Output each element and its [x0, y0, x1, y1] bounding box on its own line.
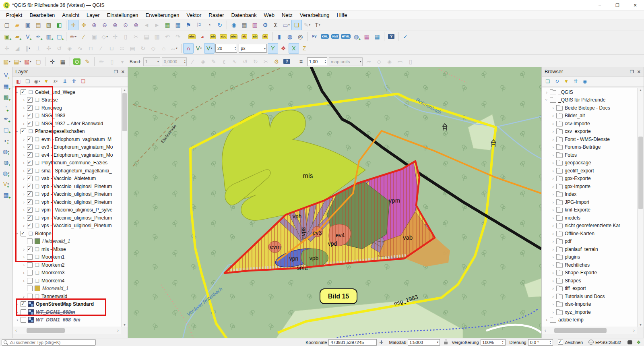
expander-icon[interactable]: › [550, 106, 556, 110]
browser-properties[interactable]: ◉ [580, 77, 589, 86]
layer-item-polytrichum-commune-fazies[interactable]: ›❏Polytrichum_commune_Fazies [13, 159, 121, 167]
rotate-label[interactable]: ab [250, 31, 260, 42]
browser-item-tutorials-und-docs[interactable]: ›Tutorials und Docs [542, 292, 637, 300]
layer-labeling-options[interactable]: abc [187, 31, 197, 42]
browser-item-shape-exporte[interactable]: ›Shape-Exporte [542, 269, 637, 277]
expander-icon[interactable]: › [550, 278, 556, 283]
visibility-checkbox[interactable] [27, 191, 33, 197]
scroll-down-icon[interactable]: ▼ [122, 323, 128, 326]
add-mesh-layer[interactable]: ▩ [1, 92, 11, 102]
visibility-checkbox[interactable] [27, 137, 33, 142]
select-all-features[interactable]: ▢ [33, 56, 43, 67]
select-features-dropdown[interactable]: ▾ [9, 60, 10, 63]
render-checkbox[interactable] [558, 340, 563, 345]
expander-icon[interactable]: › [21, 184, 27, 189]
scroll-up-icon[interactable]: ▲ [638, 89, 644, 91]
expander-icon[interactable]: › [550, 286, 556, 291]
layer-item-vpn-vaccinio-uliginosi-pinetum[interactable]: ›❏vpn - Vaccinio_uliginosi_Pinetum [13, 214, 121, 222]
menu-ansicht[interactable]: Ansicht [58, 12, 83, 19]
menu-einstellungen[interactable]: Einstellungen [103, 12, 142, 19]
layer-item-vab-vaccinio-abietetum[interactable]: ›❏vab - Vaccinio_Abietetum [13, 175, 121, 183]
new-shapefile-layer[interactable]: ▰ [12, 31, 23, 42]
color-palette-grid[interactable]: ▦ [361, 31, 372, 42]
browser-item-gpx-importe[interactable]: ›gpx-Importe [542, 182, 637, 191]
visibility-checkbox[interactable] [27, 223, 33, 228]
new-3d-map-view[interactable]: ▦ [173, 20, 183, 30]
enable-tracing[interactable]: X [289, 43, 299, 54]
style-manager[interactable]: ◧ [54, 20, 64, 30]
expander-icon[interactable]: › [21, 247, 27, 252]
new-map-view[interactable]: ▦ [162, 20, 173, 30]
change-label-properties[interactable]: ab [260, 31, 270, 42]
browser-item-xyz-importe[interactable]: ›xyz_importe [542, 308, 637, 316]
expander-icon[interactable]: › [550, 168, 556, 173]
layer-item-sma-sphagnetum-magellanici[interactable]: ›❏sma - Sphagnetum_magellanici_ [13, 167, 121, 175]
coordinate-input[interactable]: 473931,5397245 [328, 339, 377, 346]
expander-icon[interactable]: › [21, 294, 27, 299]
visibility-checkbox[interactable] [21, 231, 26, 236]
project-properties[interactable]: ▧ [43, 20, 54, 30]
browser-item-pdf[interactable]: ›pdf [542, 238, 637, 246]
messages-icon[interactable] [627, 340, 632, 344]
enable-snapping[interactable]: ∩ [183, 43, 194, 54]
menu-vektor[interactable]: Vektor [183, 12, 205, 19]
layer-item-gebiet-und-wege[interactable]: ›❏Gebiet_und_Wege [13, 88, 121, 96]
snapping-tolerance-input-arrows[interactable]: ▴ ▾ [235, 46, 236, 50]
collapse-all-browser[interactable]: ⇈ [571, 77, 580, 86]
browser-item-csv-exporte[interactable]: ›csv_exporte [542, 128, 637, 136]
add-arcgis-rest-layer[interactable]: ▦ [1, 190, 11, 200]
expander-icon[interactable]: › [550, 270, 556, 275]
visibility-checkbox[interactable] [27, 254, 33, 260]
zoom-full-extent[interactable]: ⊛ [110, 20, 120, 30]
add-spatialite-layer[interactable]: ✒ [1, 114, 11, 124]
layer-item-nsg-1937-alter-bannwald[interactable]: ›❏NSG_1937 = Alter Bannwald [13, 120, 121, 128]
expander-icon[interactable]: › [550, 176, 556, 181]
save-project-as[interactable]: ▤ [33, 20, 43, 30]
text-annotation[interactable]: T▾ [312, 20, 323, 30]
highlight-pinned-labels[interactable]: abc [218, 31, 229, 42]
expander-icon[interactable]: › [550, 247, 556, 252]
layer-item-strasse[interactable]: ›❏Strasse [13, 96, 121, 104]
locator-search[interactable] [2, 339, 96, 346]
layer-item-ev3-eriophorum-vaginatum-mo[interactable]: ›❏ev3 - Eriophorum_vaginatum_Mo [13, 143, 121, 151]
snapping-tolerance-type[interactable]: V▾ [204, 43, 215, 54]
manage-map-themes-dropdown[interactable]: ▾ [39, 80, 40, 83]
layer-item-biotope[interactable]: ›❏Biotope [13, 230, 121, 238]
browser-item-index[interactable]: ›Index [542, 191, 637, 199]
add-delimited-text-layer[interactable]: ’ [1, 103, 11, 113]
layer-item-moorwald-1[interactable]: Moorwald_1 [13, 285, 121, 293]
visibility-checkbox[interactable] [21, 128, 26, 134]
expander-icon[interactable]: › [21, 160, 27, 165]
snapping-unit-select[interactable]: px▾ [239, 44, 267, 53]
text-annotation-dropdown[interactable]: ▾ [319, 23, 320, 27]
scroll-right-icon[interactable]: › [115, 328, 121, 333]
menu-raster[interactable]: Raster [205, 12, 227, 19]
expander-icon[interactable]: › [21, 207, 27, 212]
select-features-by-value[interactable]: ▤▾ [12, 56, 23, 67]
expander-icon[interactable]: › [550, 129, 556, 134]
raster-band-select-arrows[interactable]: ▾ [157, 60, 159, 62]
browser-tree-hscrollbar[interactable]: ‹ › [542, 327, 637, 334]
menu-layer[interactable]: Layer [83, 12, 103, 19]
visibility-checkbox[interactable] [27, 97, 33, 103]
regular-shape-tools-dropdown[interactable]: ▾ [176, 47, 178, 50]
layer-item-moorkern4[interactable]: ›❏Moorkern4 [13, 277, 121, 285]
add-wfs-layer[interactable]: ◍▾ [1, 168, 11, 178]
expander-icon[interactable]: › [21, 145, 27, 149]
expander-icon[interactable]: › [21, 176, 27, 181]
visibility-checkbox[interactable] [21, 309, 26, 315]
expander-icon[interactable]: › [550, 255, 556, 259]
close-button[interactable]: ✕ [626, 0, 644, 10]
browser-item-csv-importe[interactable]: ›csv-Importe [542, 120, 637, 128]
new-gpx-layer[interactable]: ✒ [33, 31, 43, 42]
layer-item-moorkern2[interactable]: ›❏Moorkern2 [13, 261, 121, 269]
layer-item-vpb-vaccinio-uliginosi-pinetum[interactable]: ›❏vpb - Vaccinio_uliginosi_Pinetum [13, 182, 121, 191]
visibility-checkbox[interactable] [27, 105, 33, 111]
deselect-features[interactable]: ▧▾ [23, 56, 33, 67]
layer-item-mis-misse[interactable]: ›❏mis - Misse [13, 245, 121, 253]
expander-icon[interactable]: › [21, 168, 27, 173]
browser-item-qgis[interactable]: ›_QGIS [542, 88, 637, 96]
mesh-units-select-arrows[interactable]: ▾ [360, 60, 361, 62]
expander-icon[interactable]: › [21, 121, 27, 126]
show-statistics[interactable]: ▥ [250, 20, 260, 30]
